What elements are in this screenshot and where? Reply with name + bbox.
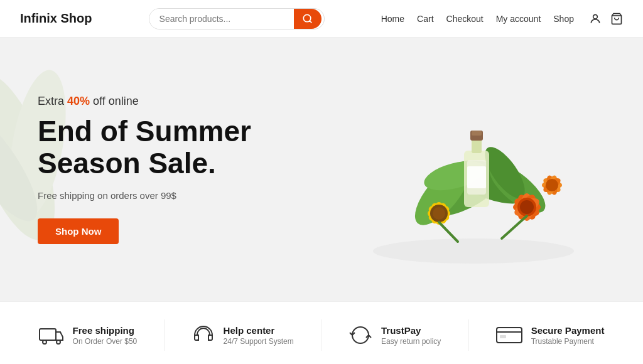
nav-links: Home Cart Checkout My account Shop bbox=[381, 13, 574, 24]
header: Infinix Shop Home Cart Checkout My accou… bbox=[0, 0, 643, 38]
feature-secure-payment: Secure Payment Trustable Payment bbox=[496, 325, 605, 346]
logo: Infinix Shop bbox=[20, 11, 92, 26]
shop-now-button[interactable]: Shop Now bbox=[38, 218, 119, 244]
hero-product-image bbox=[342, 63, 605, 276]
cart-icon bbox=[610, 13, 623, 25]
nav-myaccount[interactable]: My account bbox=[496, 14, 541, 24]
truck-icon bbox=[39, 325, 64, 345]
svg-rect-17 bbox=[467, 166, 486, 188]
svg-rect-49 bbox=[500, 335, 506, 338]
main-nav: Home Cart Checkout My account Shop bbox=[381, 13, 623, 25]
return-icon bbox=[349, 323, 372, 347]
feature-free-shipping-subtitle: On Order Over $50 bbox=[73, 337, 138, 346]
svg-line-40 bbox=[439, 222, 458, 242]
feature-help-center-subtitle: 24/7 Support System bbox=[224, 337, 294, 346]
svg-point-43 bbox=[43, 340, 46, 344]
search-input[interactable] bbox=[149, 9, 294, 29]
hero-illustration bbox=[342, 63, 605, 276]
svg-rect-45 bbox=[195, 335, 198, 340]
svg-point-0 bbox=[593, 14, 598, 19]
feature-help-center-text: Help center 24/7 Support System bbox=[224, 325, 294, 346]
svg-rect-16 bbox=[472, 131, 482, 136]
headset-icon bbox=[192, 324, 215, 346]
feature-help-center-title: Help center bbox=[224, 325, 294, 336]
search-icon bbox=[303, 14, 313, 24]
nav-shop[interactable]: Shop bbox=[553, 14, 574, 24]
feature-free-shipping-text: Free shipping On Order Over $50 bbox=[73, 325, 138, 346]
svg-rect-42 bbox=[40, 329, 56, 340]
feature-trustpay-title: TrustPay bbox=[381, 325, 441, 336]
feature-trustpay-text: TrustPay Easy return policy bbox=[381, 325, 441, 346]
nav-cart[interactable]: Cart bbox=[417, 14, 433, 24]
nav-home[interactable]: Home bbox=[381, 14, 404, 24]
subtitle-suffix: off online bbox=[90, 95, 139, 107]
feature-free-shipping: Free shipping On Order Over $50 bbox=[39, 325, 138, 346]
svg-point-39 bbox=[546, 179, 558, 191]
hero-title-line1: End of Summer bbox=[38, 115, 251, 147]
cart-button[interactable] bbox=[610, 13, 623, 25]
hero-section: Extra 40% off online End of Summer Seaso… bbox=[0, 38, 643, 301]
svg-line-41 bbox=[502, 216, 527, 238]
svg-rect-46 bbox=[208, 335, 212, 340]
hero-title-line2: Season Sale. bbox=[38, 147, 216, 179]
search-button[interactable] bbox=[294, 9, 322, 29]
feature-secure-payment-title: Secure Payment bbox=[531, 325, 605, 336]
search-bar bbox=[149, 8, 325, 29]
feature-free-shipping-title: Free shipping bbox=[73, 325, 138, 336]
nav-checkout[interactable]: Checkout bbox=[446, 14, 484, 24]
divider-3 bbox=[468, 319, 469, 351]
divider-2 bbox=[321, 319, 322, 351]
hero-title: End of Summer Season Sale. bbox=[38, 115, 251, 179]
nav-icons bbox=[589, 13, 623, 25]
account-button[interactable] bbox=[589, 13, 602, 25]
divider-1 bbox=[164, 319, 165, 351]
features-section: Free shipping On Order Over $50 Help cen… bbox=[0, 301, 643, 364]
card-icon bbox=[496, 326, 522, 345]
hero-content: Extra 40% off online End of Summer Seaso… bbox=[0, 95, 289, 244]
feature-trustpay: TrustPay Easy return policy bbox=[349, 323, 441, 347]
feature-help-center: Help center 24/7 Support System bbox=[192, 324, 294, 346]
discount-badge: 40% bbox=[67, 95, 90, 107]
svg-point-5 bbox=[373, 238, 574, 264]
feature-secure-payment-subtitle: Trustable Payment bbox=[531, 337, 605, 346]
svg-point-44 bbox=[57, 340, 60, 344]
svg-point-25 bbox=[433, 207, 445, 220]
svg-point-33 bbox=[520, 200, 534, 214]
hero-shipping-text: Free shipping on orders over 99$ bbox=[38, 190, 251, 201]
hero-subtitle: Extra 40% off online bbox=[38, 95, 251, 108]
feature-trustpay-subtitle: Easy return policy bbox=[381, 337, 441, 346]
user-icon bbox=[589, 13, 602, 25]
feature-secure-payment-text: Secure Payment Trustable Payment bbox=[531, 325, 605, 346]
subtitle-prefix: Extra bbox=[38, 95, 67, 107]
